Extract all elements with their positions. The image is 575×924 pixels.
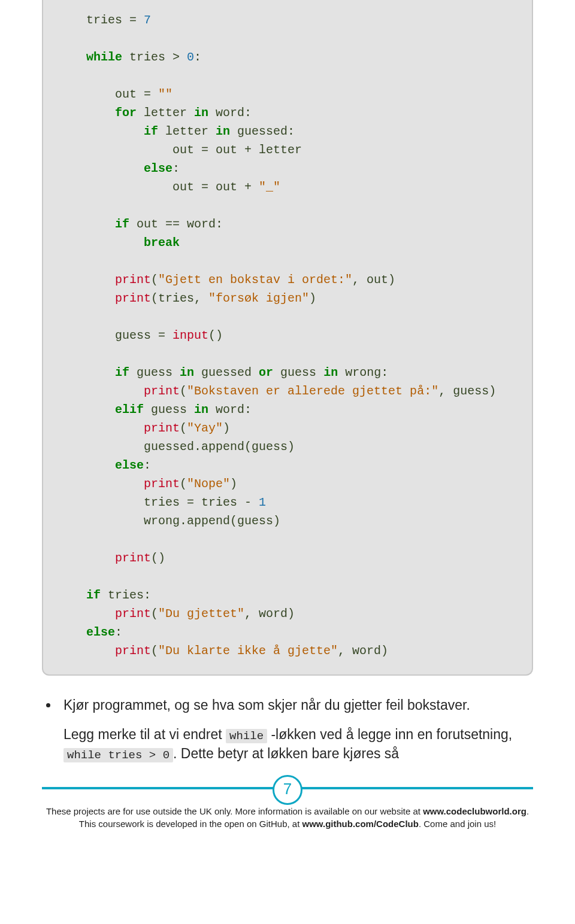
code-fn: input bbox=[172, 329, 208, 342]
code-text: wrong.append(guess) bbox=[144, 514, 280, 528]
code-text: guessed bbox=[194, 366, 259, 379]
code-keyword: while bbox=[86, 50, 122, 64]
page-number: 7 bbox=[283, 780, 292, 798]
code-keyword: else bbox=[86, 625, 115, 639]
code-text: guess bbox=[129, 366, 180, 379]
inline-code: while tries > 0 bbox=[63, 748, 173, 762]
code-keyword: in bbox=[323, 366, 338, 379]
code-text: ) bbox=[223, 421, 230, 435]
code-number: 7 bbox=[144, 13, 151, 27]
code-keyword: elif bbox=[115, 403, 144, 417]
page-number-badge: 7 bbox=[273, 775, 302, 805]
code-keyword: break bbox=[144, 236, 180, 250]
code-string: "_" bbox=[259, 180, 280, 194]
code-keyword: in bbox=[194, 403, 208, 417]
code-text: ( bbox=[180, 421, 187, 435]
code-text: word: bbox=[208, 403, 252, 417]
code-fn: print bbox=[115, 644, 151, 658]
paragraph-text: . Dette betyr at løkken bare kjøres så bbox=[173, 746, 399, 761]
code-fn: print bbox=[115, 291, 151, 305]
footer-separator: 7 bbox=[42, 787, 533, 789]
code-keyword: if bbox=[144, 124, 158, 138]
code-text: , out) bbox=[352, 273, 395, 287]
code-keyword: in bbox=[194, 106, 208, 120]
code-text: ) bbox=[309, 291, 316, 305]
code-fn: print bbox=[144, 421, 180, 435]
code-keyword: or bbox=[259, 366, 273, 379]
code-text: wrong: bbox=[338, 366, 388, 379]
code-text: guessed.append(guess) bbox=[144, 440, 295, 454]
footer-text: These projects are for use outside the U… bbox=[42, 805, 533, 830]
code-text: guess bbox=[144, 403, 194, 417]
bullet-item: Kjør programmet, og se hva som skjer når… bbox=[59, 696, 533, 715]
code-string: "Nope" bbox=[187, 477, 230, 491]
code-string: "Gjett en bokstav i ordet:" bbox=[158, 273, 352, 287]
code-keyword: else bbox=[115, 458, 144, 472]
code-text: (tries, bbox=[151, 291, 208, 305]
code-number: 1 bbox=[259, 496, 266, 509]
code-keyword: if bbox=[115, 366, 129, 379]
footer-line: . bbox=[526, 806, 529, 816]
code-text: , word) bbox=[338, 644, 388, 658]
code-text: out == word: bbox=[129, 217, 223, 231]
code-string: "Bokstaven er allerede gjettet på:" bbox=[187, 384, 438, 398]
code-number: 0 bbox=[187, 50, 194, 64]
code-keyword: in bbox=[216, 124, 230, 138]
code-text: tries > bbox=[122, 50, 187, 64]
code-text: guess = bbox=[115, 329, 172, 342]
code-text: tries = tries - bbox=[144, 496, 259, 509]
code-keyword: else bbox=[144, 162, 172, 175]
code-string: "Du klarte ikke å gjette" bbox=[158, 644, 338, 658]
code-string: "Du gjettet" bbox=[158, 607, 244, 621]
paragraph-text: Legg merke til at vi endret bbox=[63, 727, 226, 742]
code-fn: print bbox=[115, 607, 151, 621]
code-text: letter bbox=[158, 124, 216, 138]
footer-link-text: www.codeclubworld.org bbox=[423, 806, 526, 816]
footer-link-text: www.github.com/CodeClub bbox=[302, 819, 419, 829]
code-text: , word) bbox=[244, 607, 295, 621]
body-text: Kjør programmet, og se hva som skjer når… bbox=[42, 696, 533, 763]
code-fn: print bbox=[115, 273, 151, 287]
code-text: : bbox=[194, 50, 201, 64]
code-string: "forsøk igjen" bbox=[208, 291, 309, 305]
page-container: tries = 7 while tries > 0: out = "" for … bbox=[0, 0, 575, 924]
code-block: tries = 7 while tries > 0: out = "" for … bbox=[42, 0, 533, 676]
code-text: () bbox=[151, 551, 165, 565]
bullet-text: Kjør programmet, og se hva som skjer når… bbox=[63, 697, 470, 713]
code-text: guess bbox=[273, 366, 323, 379]
code-text: ( bbox=[151, 273, 158, 287]
footer-line: These projects are for use outside the U… bbox=[46, 806, 423, 816]
code-text: tries = bbox=[86, 13, 144, 27]
code-text: word: bbox=[208, 106, 252, 120]
code-keyword: for bbox=[115, 106, 137, 120]
code-fn: print bbox=[115, 551, 151, 565]
code-text: out = out + bbox=[172, 180, 259, 194]
footer-line: . Come and join us! bbox=[419, 819, 496, 829]
code-text: ( bbox=[180, 477, 187, 491]
code-text: ( bbox=[180, 384, 187, 398]
code-fn: print bbox=[144, 384, 180, 398]
code-text: letter bbox=[137, 106, 194, 120]
code-text: ( bbox=[151, 607, 158, 621]
code-string: "" bbox=[158, 87, 172, 101]
code-text: () bbox=[208, 329, 223, 342]
code-text: : bbox=[172, 162, 180, 175]
code-text: ) bbox=[230, 477, 237, 491]
code-keyword: in bbox=[180, 366, 194, 379]
paragraph-text: -løkken ved å legge inn en forutsetning, bbox=[267, 727, 512, 742]
code-text: out = out + letter bbox=[172, 143, 302, 157]
footer-line: This coursework is developed in the open… bbox=[79, 819, 302, 829]
code-keyword: if bbox=[115, 217, 129, 231]
code-text: : bbox=[144, 458, 151, 472]
inline-code: while bbox=[226, 729, 267, 743]
code-keyword: if bbox=[86, 588, 101, 602]
code-fn: print bbox=[144, 477, 180, 491]
code-text: , guess) bbox=[438, 384, 496, 398]
code-text: ( bbox=[151, 644, 158, 658]
code-text: guessed: bbox=[230, 124, 295, 138]
code-string: "Yay" bbox=[187, 421, 223, 435]
code-text: tries: bbox=[101, 588, 151, 602]
code-text: : bbox=[115, 625, 122, 639]
code-text: out = bbox=[115, 87, 158, 101]
